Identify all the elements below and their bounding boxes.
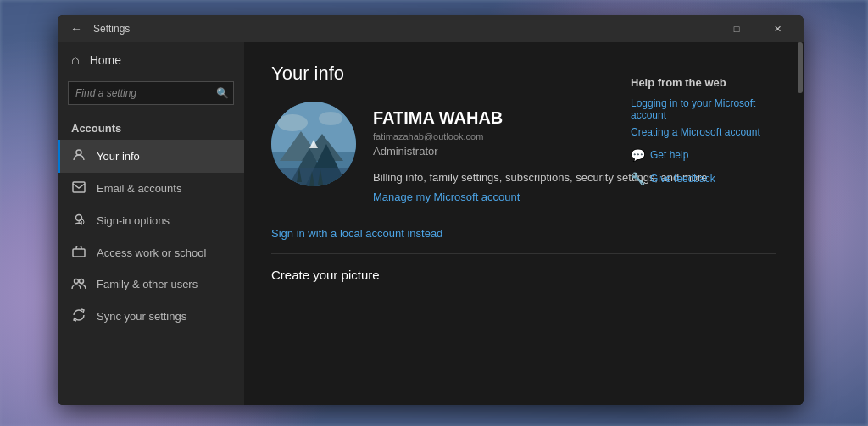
sidebar-item-sync[interactable]: Sync your settings bbox=[58, 300, 244, 333]
sync-icon bbox=[71, 308, 86, 324]
sidebar-search-container: 🔍 bbox=[68, 81, 234, 105]
titlebar: ← Settings — □ ✕ bbox=[58, 15, 804, 42]
create-picture-title: Create your picture bbox=[271, 253, 776, 282]
window-body: ⌂ Home 🔍 Accounts Your info bbox=[58, 42, 804, 405]
sidebar-home-label: Home bbox=[90, 53, 121, 67]
avatar bbox=[271, 102, 356, 186]
svg-point-11 bbox=[319, 112, 342, 125]
access-work-icon bbox=[71, 246, 86, 260]
main-content: Your info bbox=[244, 42, 804, 405]
window-controls: — □ ✕ bbox=[676, 15, 797, 42]
feedback-icon: 🔧 bbox=[631, 172, 645, 185]
sign-in-local-link[interactable]: Sign in with a local account instead bbox=[271, 227, 776, 240]
svg-point-0 bbox=[76, 150, 81, 155]
help-title: Help from the web bbox=[631, 76, 790, 89]
minimize-button[interactable]: — bbox=[676, 15, 715, 42]
sidebar-your-info-label: Your info bbox=[97, 150, 140, 163]
email-icon bbox=[71, 181, 86, 196]
sidebar-family-label: Family & other users bbox=[97, 278, 198, 290]
back-button[interactable]: ← bbox=[64, 17, 88, 41]
help-panel: Help from the web Logging in to your Mic… bbox=[617, 63, 804, 199]
sidebar: ⌂ Home 🔍 Accounts Your info bbox=[58, 42, 244, 405]
restore-button[interactable]: □ bbox=[717, 15, 756, 42]
sidebar-sign-in-label: Sign-in options bbox=[97, 214, 170, 227]
window-title: Settings bbox=[93, 23, 676, 35]
svg-point-10 bbox=[277, 114, 308, 131]
svg-point-5 bbox=[75, 279, 79, 284]
svg-rect-1 bbox=[73, 182, 85, 192]
sidebar-item-access-work[interactable]: Access work or school bbox=[58, 237, 244, 268]
svg-rect-20 bbox=[271, 168, 356, 186]
svg-point-6 bbox=[80, 279, 84, 284]
sidebar-item-home[interactable]: ⌂ Home bbox=[58, 42, 244, 78]
feedback-label: Give feedback bbox=[650, 173, 715, 185]
sidebar-item-your-info[interactable]: Your info bbox=[58, 140, 244, 173]
search-input[interactable] bbox=[68, 81, 234, 105]
settings-window: ← Settings — □ ✕ ⌂ Home 🔍 Accounts bbox=[58, 15, 804, 405]
home-icon: ⌂ bbox=[71, 53, 80, 68]
sign-in-icon bbox=[71, 213, 86, 229]
help-link-2[interactable]: Creating a Microsoft account bbox=[631, 126, 790, 138]
sidebar-section-title: Accounts bbox=[58, 115, 244, 140]
close-button[interactable]: ✕ bbox=[758, 15, 797, 42]
sidebar-access-work-label: Access work or school bbox=[97, 246, 206, 259]
sidebar-email-label: Email & accounts bbox=[97, 182, 181, 195]
svg-rect-4 bbox=[73, 249, 85, 257]
get-help-action[interactable]: 💬 Get help bbox=[631, 148, 790, 162]
family-icon bbox=[71, 277, 86, 291]
your-info-icon bbox=[71, 148, 86, 164]
sidebar-sync-label: Sync your settings bbox=[97, 310, 186, 323]
feedback-action[interactable]: 🔧 Give feedback bbox=[631, 172, 790, 185]
help-link-1[interactable]: Logging in to your Microsoft account bbox=[631, 97, 790, 121]
sidebar-item-email-accounts[interactable]: Email & accounts bbox=[58, 173, 244, 204]
search-icon: 🔍 bbox=[216, 87, 229, 99]
get-help-icon: 💬 bbox=[631, 148, 645, 162]
get-help-label: Get help bbox=[650, 149, 688, 161]
sidebar-item-family[interactable]: Family & other users bbox=[58, 268, 244, 300]
sidebar-item-sign-in[interactable]: Sign-in options bbox=[58, 204, 244, 237]
